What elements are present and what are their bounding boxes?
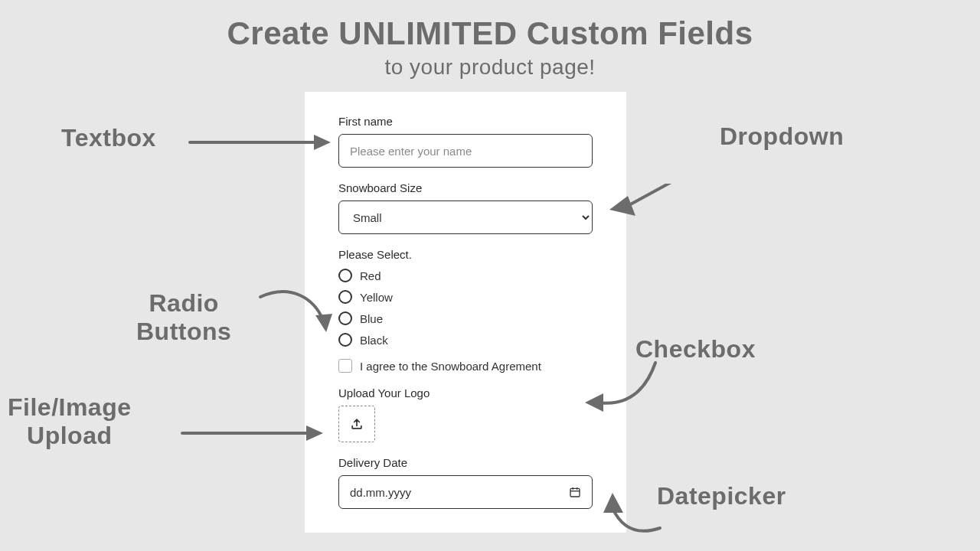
size-label: Snowboard Size [338,181,593,194]
radio-blue[interactable] [338,311,352,325]
callout-upload: File/Image Upload [8,393,132,450]
calendar-icon [569,486,581,498]
date-placeholder: dd.mm.yyyy [350,486,411,499]
radio-row-blue[interactable]: Blue [338,311,593,325]
radio-label-red: Red [360,269,381,282]
callout-textbox: Textbox [61,124,156,152]
svg-rect-0 [570,488,580,497]
callout-datepicker: Datepicker [657,482,786,510]
date-label: Delivery Date [338,456,593,469]
callout-checkbox: Checkbox [635,335,756,364]
radio-yellow[interactable] [338,290,352,304]
radio-red[interactable] [338,269,352,282]
agree-checkbox[interactable] [338,359,352,373]
radio-label-blue: Blue [360,312,383,325]
callout-dropdown: Dropdown [720,122,844,151]
radio-row-yellow[interactable]: Yellow [338,290,593,304]
upload-button[interactable] [338,406,375,442]
agree-row[interactable]: I agree to the Snowboard Agrement [338,359,593,373]
form-card: First name Snowboard Size Small Please S… [305,92,626,533]
callout-radio: Radio Buttons [136,289,231,346]
radio-row-black[interactable]: Black [338,333,593,347]
upload-icon [349,416,364,432]
first-name-input[interactable] [338,134,593,168]
radio-row-red[interactable]: Red [338,269,593,282]
size-select[interactable]: Small [338,201,593,234]
page-title: Create UNLIMITED Custom Fields [0,0,980,52]
first-name-label: First name [338,115,593,128]
radio-group-label: Please Select. [338,248,593,261]
agree-label: I agree to the Snowboard Agrement [360,360,541,373]
radio-label-black: Black [360,334,388,347]
radio-black[interactable] [338,333,352,347]
date-input[interactable]: dd.mm.yyyy [338,475,593,509]
upload-label: Upload Your Logo [338,386,593,399]
page-subtitle: to your product page! [0,55,980,80]
radio-label-yellow: Yellow [360,291,393,304]
svg-line-6 [626,184,710,207]
